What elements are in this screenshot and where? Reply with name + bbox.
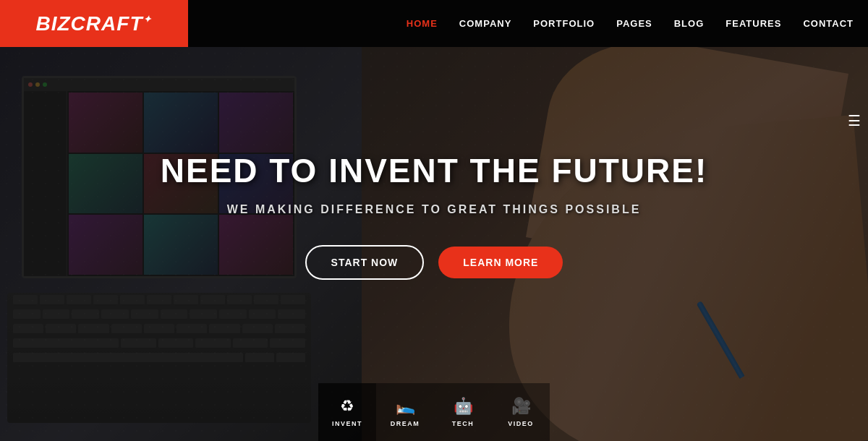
nav-item-pages[interactable]: PAGES: [616, 18, 652, 29]
hero-section: NEED TO INVENT THE FUTURE! WE MAKING DIF…: [0, 47, 868, 441]
tab-tech-label: TECH: [452, 420, 475, 427]
learn-more-button[interactable]: LEARN MORE: [438, 247, 563, 278]
start-now-button[interactable]: START NOW: [305, 245, 425, 280]
tab-dream-label: DREAM: [391, 420, 420, 427]
tab-tech[interactable]: 🤖 TECH: [434, 383, 492, 441]
tab-video[interactable]: 🎥 VIDEO: [492, 383, 550, 441]
bottom-tabs: ♻ INVENT 🛌 DREAM 🤖 TECH 🎥 VIDEO: [0, 383, 868, 441]
tab-dream[interactable]: 🛌 DREAM: [376, 383, 434, 441]
main-nav: HOME COMPANY PORTFOLIO PAGES BLOG FEATUR…: [407, 18, 854, 29]
dream-icon: 🛌: [396, 397, 415, 416]
nav-item-portfolio[interactable]: PORTFOLIO: [533, 18, 595, 29]
hero-title: NEED TO INVENT THE FUTURE!: [161, 151, 708, 190]
tab-video-label: VIDEO: [508, 420, 534, 427]
tab-invent-label: INVENT: [332, 420, 362, 427]
header: BizCraft✦ HOME COMPANY PORTFOLIO PAGES B…: [0, 0, 868, 47]
hero-content: NEED TO INVENT THE FUTURE! WE MAKING DIF…: [0, 47, 868, 441]
nav-item-contact[interactable]: CONTACT: [803, 18, 854, 29]
tab-invent[interactable]: ♻ INVENT: [318, 383, 376, 441]
nav-item-company[interactable]: COMPANY: [459, 18, 511, 29]
settings-icon[interactable]: ☰: [848, 112, 861, 129]
hero-subtitle: WE MAKING DIFFERENCE TO GREAT THINGS POS…: [227, 203, 642, 216]
video-icon: 🎥: [511, 397, 531, 416]
logo-text: BizCraft✦: [36, 12, 153, 35]
hero-buttons: START NOW LEARN MORE: [305, 245, 563, 280]
nav-item-blog[interactable]: BLOG: [674, 18, 705, 29]
tech-icon: 🤖: [454, 397, 473, 416]
invent-icon: ♻: [340, 397, 354, 416]
nav-item-home[interactable]: HOME: [407, 18, 438, 29]
logo[interactable]: BizCraft✦: [0, 0, 188, 47]
nav-item-features[interactable]: FEATURES: [726, 18, 781, 29]
